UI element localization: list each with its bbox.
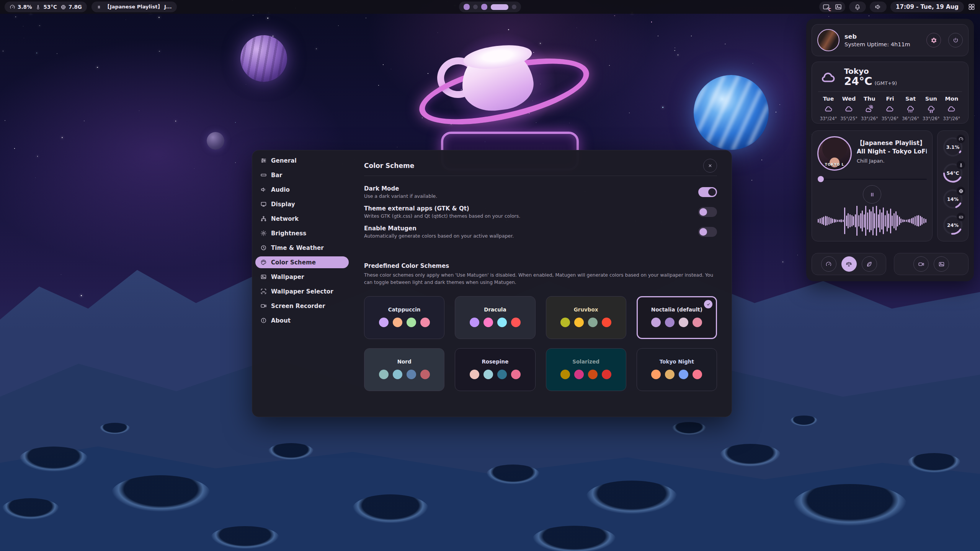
media-pill[interactable]: 【Japanese Playlist】 J... — [91, 2, 177, 12]
sidebar-item-time-weather[interactable]: Time & Weather — [255, 242, 349, 254]
cloud-icon — [947, 104, 956, 114]
setting-row-dark-mode: Dark Mode Use a dark variant if availabl… — [364, 182, 717, 202]
scheme-color-dot — [679, 370, 688, 379]
sidebar-item-brightness[interactable]: Brightness — [255, 227, 349, 239]
wallpaper-icon — [938, 261, 945, 267]
gear-icon — [931, 37, 937, 44]
sidebar-item-network[interactable]: Network — [255, 213, 349, 225]
video-camera-icon — [260, 303, 267, 309]
settings-window: General Bar Audio Display Network Bright… — [252, 150, 732, 417]
scheme-card-gruvbox[interactable]: Gruvbox — [546, 296, 626, 339]
dashboard-grid-icon[interactable] — [968, 3, 975, 11]
forecast-day: Tue33°/24° — [819, 96, 838, 121]
toggle-knob — [708, 188, 716, 196]
forecast-day: Wed35°/25° — [840, 96, 859, 121]
scheme-title: Gruvbox — [574, 306, 598, 313]
workspace-dot[interactable] — [512, 5, 516, 9]
scheme-color-dot — [602, 370, 611, 379]
media-player-card: TOKYO L 【Japanese Playlist】 Japan All Ni… — [812, 130, 933, 241]
settings-content: Color Scheme Dark Mode Use a dark varian… — [351, 150, 732, 417]
wallpaper-selector-icon — [260, 288, 267, 295]
volume-button[interactable] — [870, 2, 887, 12]
thermometer-icon — [957, 161, 965, 169]
enable-matugen-toggle[interactable] — [698, 227, 717, 237]
scheme-color-dot — [560, 370, 570, 379]
rain-cloud-icon — [906, 104, 915, 114]
system-stats-pill[interactable]: 3.8% 53°C 7.8G — [5, 2, 87, 12]
screen-recorder-button[interactable] — [913, 256, 929, 272]
user-card: seb System Uptime: 4h11m — [812, 24, 969, 56]
close-icon — [707, 163, 713, 168]
scheme-color-dot — [407, 370, 416, 379]
power-saver-profile-button[interactable] — [862, 256, 877, 272]
pause-button[interactable] — [863, 185, 881, 204]
scheme-color-dot — [483, 318, 493, 327]
selected-check-badge — [704, 300, 712, 308]
scheme-card-rosepine[interactable]: Rosepine — [455, 348, 535, 391]
scheme-title: Noctalia (default) — [651, 306, 702, 313]
brightness-icon — [260, 230, 267, 236]
settings-button[interactable] — [926, 33, 941, 47]
scheme-card-noctalia[interactable]: Noctalia (default) — [637, 296, 717, 339]
scheme-card-tokyo-night[interactable]: Tokyo Night — [637, 348, 717, 391]
waveform — [817, 206, 927, 236]
sidebar-item-about[interactable]: About — [255, 315, 349, 326]
wallpaper-icon[interactable] — [835, 3, 842, 11]
sidebar-item-wallpaper-selector[interactable]: Wallpaper Selector — [255, 285, 349, 297]
workspace-indicator[interactable] — [459, 2, 521, 12]
clock-button[interactable]: 17:09 - Tue, 19 Aug — [890, 2, 964, 12]
close-button[interactable] — [703, 159, 717, 173]
scheme-color-dot — [420, 318, 430, 327]
check-icon — [706, 302, 710, 306]
setting-desc: Use a dark variant if available. — [364, 193, 437, 199]
performance-profile-button[interactable] — [821, 256, 836, 272]
memory-gauge: 14% — [942, 188, 964, 210]
page-title: Color Scheme — [364, 162, 414, 170]
scales-icon — [846, 261, 852, 267]
temperature-value: 53°C — [43, 4, 57, 10]
scheme-card-nord[interactable]: Nord — [364, 348, 444, 391]
power-button[interactable] — [948, 33, 963, 47]
wallpaper-button[interactable] — [934, 256, 949, 272]
scheme-card-dracula[interactable]: Dracula — [455, 296, 535, 339]
sidebar-item-general[interactable]: General — [255, 155, 349, 166]
media-subtitle: Chill Japan. — [857, 158, 927, 164]
weather-city: Tokyo — [844, 67, 897, 76]
network-icon — [260, 215, 267, 222]
forecast-day: Sat36°/26° — [901, 96, 920, 121]
scheme-card-catppuccin[interactable]: Catppuccin — [364, 296, 444, 339]
workspace-dot[interactable] — [473, 5, 478, 9]
workspace-dot[interactable] — [491, 4, 508, 10]
scheme-color-dot — [651, 318, 661, 327]
sidebar-item-screen-recorder[interactable]: Screen Recorder — [255, 300, 349, 312]
scheme-color-dot — [393, 370, 402, 379]
workspace-dot[interactable] — [481, 4, 487, 10]
notifications-button[interactable] — [849, 2, 866, 12]
scheme-color-dot — [420, 370, 430, 379]
sidebar-item-bar[interactable]: Bar — [255, 169, 349, 181]
theme-external-apps-toggle[interactable] — [698, 207, 717, 217]
scheme-card-solarized[interactable]: Solarized — [546, 348, 626, 391]
scheme-color-dot — [602, 318, 611, 327]
speedometer-icon — [957, 135, 965, 143]
sidebar-item-display[interactable]: Display — [255, 198, 349, 210]
scheme-title: Solarized — [572, 359, 599, 365]
leaf-icon — [866, 261, 872, 267]
power-icon — [952, 37, 959, 44]
dark-mode-toggle[interactable] — [698, 187, 717, 197]
progress-knob[interactable] — [818, 176, 824, 182]
cloud-icon — [844, 104, 854, 114]
sidebar-item-audio[interactable]: Audio — [255, 184, 349, 196]
sidebar-item-color-scheme[interactable]: Color Scheme — [255, 256, 349, 268]
chip-icon — [60, 4, 66, 10]
cloud-icon — [818, 68, 839, 86]
workspace-dot[interactable] — [464, 4, 470, 10]
power-profiles-card — [812, 253, 886, 275]
scheme-color-dot — [407, 318, 416, 327]
chip-icon — [957, 187, 965, 195]
media-progress-slider[interactable] — [817, 176, 927, 182]
tablet-icon[interactable] — [822, 3, 830, 11]
scheme-title: Dracula — [484, 306, 506, 313]
sidebar-item-wallpaper[interactable]: Wallpaper — [255, 271, 349, 283]
balanced-profile-button[interactable] — [841, 256, 857, 272]
